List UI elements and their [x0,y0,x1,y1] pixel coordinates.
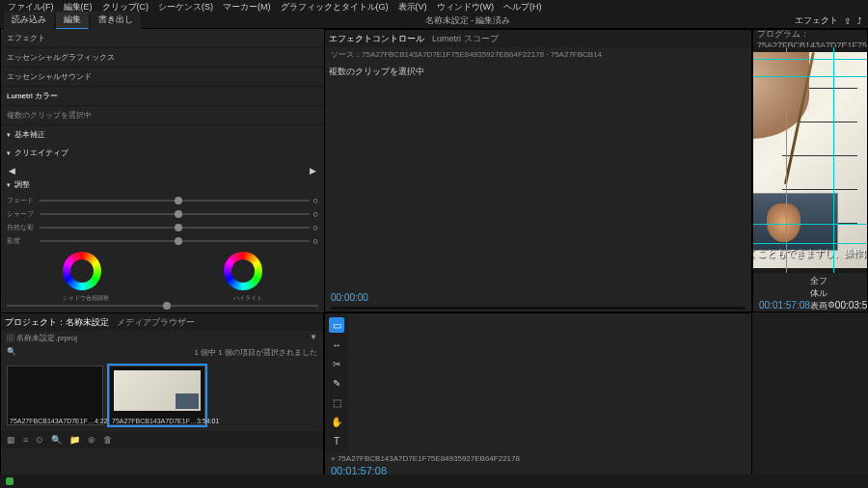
project-bin[interactable]: 75A27FBCB143A7D7E1F…4:22:1975A27FBCB143A… [1,360,323,431]
fit-dropdown[interactable]: 全体表示 ▾ [810,275,819,312]
slider-reset-icon[interactable]: ○ [313,236,318,246]
source-timecode: 00:00:00 [331,292,368,303]
status-bar [0,474,868,488]
section-adjust[interactable]: 調整 [1,176,324,194]
project-filename: ▥ 名称未設定.prproj [7,333,77,343]
wheel-label-shadow: シャドウ色相調整 [63,294,109,303]
effect-controls-body: 複数のクリップを選択中 [325,62,751,290]
slider-label: 自然な彩 [7,223,36,232]
workspace-tab[interactable]: 編集 [56,12,89,30]
workspace-tabs: 読み込み編集書き出し [4,12,141,30]
panel-tab[interactable]: エフェクト [1,29,324,48]
empty-selection-msg: 複数のクリップを選択中 [329,67,424,76]
slider-track[interactable] [40,227,310,229]
tab-effect-controls[interactable]: エフェクトコントロール [329,33,424,45]
project-footer-button[interactable]: 🔍 [51,435,62,445]
project-footer-button[interactable]: ▦ [7,435,15,445]
slider-reset-icon[interactable]: ○ [313,223,318,232]
section-creative[interactable]: クリエイティブ [1,144,324,162]
timeline-tools: ▭↔✂✎⬚✋T [325,313,348,452]
project-footer-button[interactable]: ⊕ [88,435,95,445]
picture-in-picture [753,193,838,251]
tab-media-browser[interactable]: メディアブラウザー [117,316,195,329]
timeline-tool[interactable]: ✋ [329,414,344,429]
project-panel: プロジェクト：名称未設定 メディアブラウザー ▥ 名称未設定.prproj ▼ … [0,312,324,488]
program-tc-current[interactable]: 00:01:57:08 [759,300,810,311]
section-basic-correction[interactable]: 基本補正 [1,125,324,144]
timeline-tool[interactable]: ↔ [329,337,344,352]
slider-track[interactable] [40,240,310,242]
share-icon[interactable]: ⤴ [857,16,862,26]
timeline-tool[interactable]: ⬚ [329,394,344,410]
video-caption: 筆で書くこともできますし、操作はまだ… [753,247,867,260]
menu-item[interactable]: ヘルプ(H) [500,1,546,14]
panel-tab[interactable]: Lumetri カラー [1,87,324,106]
tab-project[interactable]: プロジェクト：名称未設定 [5,316,109,329]
next-look-icon[interactable]: ▶ [310,166,316,176]
timeline-tool[interactable]: ✎ [329,375,344,391]
quality-dropdown[interactable]: フル画質 ▾ [819,275,827,312]
source-clip-label: ソース：75A27FBCB143A7D7E1F75E84935927EB64F2… [325,47,751,62]
timeline-tool[interactable]: T [329,433,344,448]
project-footer-button[interactable]: ≡ [23,435,28,445]
effects-link[interactable]: エフェクト [795,14,838,27]
panel-tab[interactable]: エッセンシャルグラフィックス [1,48,324,68]
slider-reset-icon[interactable]: ○ [313,209,318,219]
workspace-tab[interactable]: 書き出し [91,12,141,30]
export-icon[interactable]: ⇪ [844,16,852,26]
program-transport: 00:01:57:08 全体表示 ▾ フル画質 ▾ ⚙ 00:03:54:01 … [753,273,867,312]
workspace-tab[interactable]: 読み込み [4,12,54,30]
prev-look-icon[interactable]: ◀ [9,166,15,176]
source-scrubber[interactable] [331,307,746,310]
project-footer-button[interactable]: 🗑 [103,435,112,445]
workspace-bar: 読み込み編集書き出し 名称未設定 - 編集済み エフェクト ⇪ ⤴ [0,14,868,29]
timeline-panel: ▭↔✂✎⬚✋T × 75A27FBCB143A7D7E1F75E84935927… [324,312,752,488]
menu-item[interactable]: マーカー(M) [219,1,275,14]
slider-label: シャープ [7,209,36,219]
wheel-label-highlight: ハイライト [233,294,262,303]
tab-lumetri-scopes[interactable]: Lumetri スコープ [432,33,499,45]
menu-item[interactable]: ウィンドウ(W) [433,1,499,14]
slider-track[interactable] [40,200,310,202]
filter-icon[interactable]: ▼ [310,333,317,343]
shadow-tint-wheel[interactable] [63,252,101,290]
tint-balance-slider[interactable] [7,305,318,307]
effect-controls-panel: エフェクトコントロール Lumetri スコープ ソース：75A27FBCB14… [324,29,752,312]
settings-icon[interactable]: ⚙ [827,300,835,310]
document-title: 名称未設定 - 編集済み [141,14,795,27]
menu-item[interactable]: グラフィックとタイトル(G) [277,1,393,14]
timeline-tool[interactable]: ▭ [329,317,344,333]
slider-label: 彩度 [7,236,36,246]
timeline-sequence-tab[interactable]: × 75A27FBCB143A7D7E1F75E84935927EB64F221… [325,452,751,465]
slider-label: フェード [7,196,36,205]
timeline-tool[interactable]: ✂ [329,356,344,371]
project-item[interactable]: 75A27FBCB143A7D7E1F…3:54:01 [109,366,205,425]
search-icon[interactable]: 🔍 [7,347,16,358]
program-viewer[interactable]: 筆で書くこともできますし、操作はまだ… [753,47,867,273]
slider-reset-icon[interactable]: ○ [313,196,318,205]
highlight-tint-wheel[interactable] [224,252,262,290]
selection-info: 1 個中 1 個の項目が選択されました [194,347,317,358]
project-footer: ▦≡⊙🔍📁⊕🗑 [1,431,323,448]
slider-track[interactable] [40,213,310,215]
menu-item[interactable]: シーケンス(S) [154,1,217,14]
project-footer-button[interactable]: 📁 [69,435,80,445]
project-item[interactable]: 75A27FBCB143A7D7E1F…4:22:19 [7,366,103,425]
video-frame: 筆で書くこともできますし、操作はまだ… [753,52,867,268]
menu-item[interactable]: 表示(V) [394,1,431,14]
lumetri-panel: エフェクトエッセンシャルグラフィックスエッセンシャルサウンドLumetri カラ… [0,29,324,312]
project-footer-button[interactable]: ⊙ [36,435,43,445]
panel-tab[interactable]: エッセンシャルサウンド [1,68,324,87]
program-tc-total: 00:03:54:01 [835,300,868,311]
program-monitor-panel: プログラム：75A27FBCB143A7D7E1F75E84935927EB64… [752,29,868,312]
status-indicator-icon [6,477,14,485]
lumetri-clip-msg: 複数のクリップを選択中 [1,106,324,125]
